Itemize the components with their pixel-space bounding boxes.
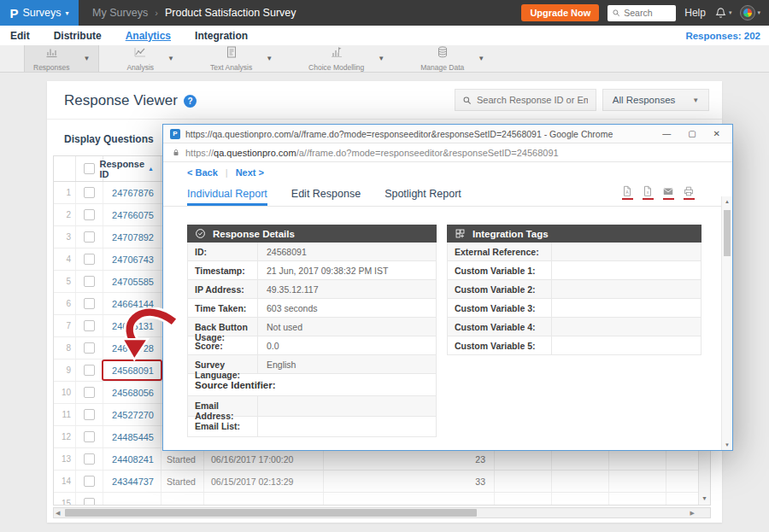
row-checkbox[interactable] — [84, 387, 95, 398]
toolbar-analysis[interactable]: Analysis▼ — [118, 45, 183, 72]
nav-item-distribute[interactable]: Distribute — [54, 30, 102, 42]
tab-individual-report[interactable]: Individual Report — [187, 188, 267, 206]
breadcrumb-my-surveys[interactable]: My Surveys — [92, 7, 148, 19]
header-response-id[interactable]: Response ID ▲ — [103, 156, 161, 181]
svg-text:x: x — [647, 190, 649, 195]
response-id-link[interactable]: 24664144 — [103, 293, 161, 314]
close-icon[interactable]: ✕ — [713, 130, 720, 138]
scroll-down-icon[interactable]: ▼ — [725, 442, 730, 447]
row-checkbox[interactable] — [84, 365, 95, 376]
table-horizontal-scrollbar[interactable]: ◀ ▶ — [53, 507, 711, 518]
print-icon[interactable] — [683, 185, 695, 200]
nav-item-edit[interactable]: Edit — [10, 30, 30, 42]
row-checkbox[interactable] — [84, 209, 95, 220]
scroll-up-icon[interactable]: ▲ — [725, 199, 730, 204]
toolbar-manage-data[interactable]: Manage Data▼ — [412, 45, 493, 72]
back-link[interactable]: < Back — [187, 167, 218, 178]
row-checkbox[interactable] — [84, 409, 95, 420]
nav-item-analytics[interactable]: Analytics — [126, 30, 171, 42]
surveys-product-menu[interactable]: P Surveys ▾ — [0, 0, 79, 26]
row-checkbox[interactable] — [84, 342, 95, 354]
upgrade-now-button[interactable]: Upgrade Now — [521, 4, 599, 21]
detail-label: Custom Variable 5: — [448, 336, 551, 354]
response-id-link[interactable]: 24767876 — [103, 182, 161, 203]
detail-label: Email Address: — [188, 396, 257, 416]
detail-value — [551, 243, 701, 260]
row-checkbox[interactable] — [84, 453, 95, 465]
row-index: 8 — [54, 337, 76, 359]
scroll-left-icon[interactable]: ◀ — [56, 510, 60, 517]
detail-row: Custom Variable 1: — [447, 261, 701, 280]
pdf-export-icon[interactable]: A — [621, 185, 633, 200]
chevron-down-icon[interactable]: ▼ — [266, 55, 273, 62]
response-id-link[interactable]: 24568056 — [103, 382, 161, 403]
toolbar-text-analysis[interactable]: Text Analysis▼ — [202, 45, 281, 72]
chevron-down-icon[interactable]: ▼ — [84, 55, 91, 62]
row-checkbox[interactable] — [84, 231, 95, 243]
global-search[interactable] — [608, 5, 676, 21]
response-search[interactable] — [455, 89, 596, 111]
response-timestamp: 06/16/2017 17:00:20 — [204, 448, 324, 470]
questionpro-logo: P — [9, 6, 18, 20]
global-search-input[interactable] — [624, 8, 672, 18]
breadcrumb-separator-icon: › — [155, 8, 158, 18]
row-checkbox[interactable] — [84, 187, 95, 198]
help-icon[interactable]: ? — [184, 95, 197, 108]
response-id-link[interactable]: 24625131 — [103, 315, 161, 336]
response-id-link[interactable]: 24603728 — [103, 337, 161, 359]
response-id-link[interactable]: 24705585 — [103, 271, 161, 292]
chevron-down-icon[interactable]: ▼ — [378, 55, 384, 62]
row-checkbox[interactable] — [84, 254, 95, 265]
popup-scroll-thumb[interactable] — [724, 210, 731, 256]
scroll-down-icon[interactable]: ▼ — [701, 495, 707, 501]
scroll-right-icon[interactable]: ▶ — [690, 510, 695, 517]
toolbar-choice-modelling[interactable]: Choice Modelling▼ — [300, 45, 393, 72]
response-id-link[interactable]: 24344737 — [103, 471, 161, 492]
response-id-link[interactable]: 24485445 — [103, 426, 161, 447]
next-link[interactable]: Next > — [236, 167, 264, 178]
email-export-icon[interactable] — [662, 185, 674, 200]
response-id-link[interactable]: 24527270 — [103, 404, 161, 425]
excel-export-icon[interactable]: x — [642, 185, 654, 200]
row-checkbox[interactable] — [84, 320, 95, 331]
response-id-link[interactable]: 24568091 — [103, 360, 161, 381]
row-index: 7 — [54, 315, 76, 336]
chevron-down-icon[interactable]: ▼ — [167, 55, 174, 62]
response-id-link[interactable]: 24766075 — [103, 204, 161, 225]
chevron-down-icon[interactable]: ▼ — [478, 55, 484, 62]
top-navbar: P Surveys ▾ My Surveys › Product Satisfa… — [0, 0, 769, 26]
row-checkbox[interactable] — [84, 476, 95, 487]
response-search-input[interactable] — [477, 95, 588, 105]
breadcrumb-current-survey: Product Satisfaction Survey — [165, 7, 296, 19]
questionpro-favicon: P — [170, 129, 180, 139]
row-checkbox[interactable] — [84, 276, 95, 287]
row-index: 12 — [54, 426, 76, 447]
row-checkbox[interactable] — [84, 498, 95, 506]
select-all-checkbox[interactable] — [84, 163, 95, 174]
popup-vertical-scrollbar[interactable]: ▲ ▼ — [721, 196, 732, 450]
tab-edit-response[interactable]: Edit Response — [291, 188, 361, 206]
detail-value — [257, 396, 436, 416]
minimize-icon[interactable]: — — [662, 130, 671, 138]
response-id-link[interactable]: 24408241 — [103, 448, 161, 470]
response-id-link[interactable]: 24707892 — [103, 226, 161, 248]
nav-item-integration[interactable]: Integration — [195, 30, 248, 42]
response-id-link[interactable]: 24706743 — [103, 248, 161, 270]
response-details-panel: Response Details ID:24568091Timestamp:21… — [187, 225, 437, 437]
toolbar-responses[interactable]: Responses▼ — [24, 45, 99, 72]
chevron-down-icon: ▾ — [729, 9, 732, 16]
help-link[interactable]: Help — [684, 7, 706, 19]
response-timestamp — [204, 493, 324, 506]
notifications-menu[interactable]: ▾ — [714, 7, 732, 20]
address-bar[interactable]: https://qa.questionpro.com/a//frame.do?m… — [163, 143, 732, 162]
account-menu[interactable]: ▾ — [740, 5, 760, 20]
response-filter-dropdown[interactable]: All Responses ▼ — [602, 89, 709, 111]
horizontal-scroll-thumb[interactable] — [65, 509, 477, 517]
popup-title-bar[interactable]: P https://qa.questionpro.com/a//frame.do… — [163, 125, 732, 143]
row-checkbox[interactable] — [84, 298, 95, 309]
maximize-icon[interactable]: ▢ — [688, 130, 696, 138]
response-col4: 33 — [324, 471, 495, 492]
response-id-link[interactable] — [103, 493, 161, 506]
tab-spotlight-report[interactable]: Spotlight Report — [384, 188, 461, 206]
row-checkbox[interactable] — [84, 431, 95, 442]
